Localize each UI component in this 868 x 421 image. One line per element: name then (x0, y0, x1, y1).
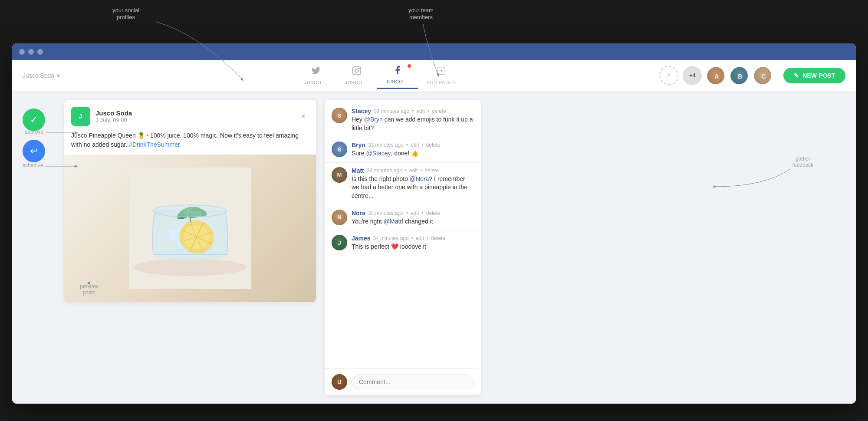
post-brand: Jusco Soda (95, 109, 292, 117)
stacey-avatar: S (332, 108, 347, 123)
comments-list: S Stacey 39 minutes ago • edit • delete … (325, 100, 481, 368)
svg-rect-0 (353, 66, 361, 74)
post-meta: Jusco Soda 3 July, 09:00 (95, 109, 292, 123)
comment-item: B Bryn 33 minutes ago • edit • delete Su… (325, 137, 481, 162)
app-header: Jusco Soda ▾ Jusco ... Jusco ... (12, 60, 856, 91)
comment-author-bryn: Bryn (352, 141, 365, 148)
svg-point-7 (134, 259, 247, 276)
post-text: Jusco Pineapple Queen 🍍 - 100% juice. 10… (64, 131, 316, 155)
schedule-button[interactable]: ↩ (23, 140, 45, 162)
svg-point-1 (355, 69, 358, 72)
member-avatar-1: A (706, 66, 725, 85)
tab-add-pages[interactable]: ADD PAGES (418, 62, 465, 89)
social-tabs: Jusco ... Jusco ... Jusco ... (101, 62, 659, 89)
comments-panel: S Stacey 39 minutes ago • edit • delete … (325, 100, 481, 395)
app-body: ✓ ↩ J Jusco Soda 3 July, 09:00 × (12, 91, 856, 404)
comment-header-bryn: Bryn 33 minutes ago • edit • delete (352, 141, 474, 148)
tab-facebook-label: Jusco ... (386, 79, 409, 84)
comment-author-stacey: Stacey (352, 108, 371, 115)
browser-dot-red (19, 49, 25, 55)
post-close-button[interactable]: × (297, 110, 309, 123)
facebook-notification-dot (408, 64, 411, 68)
member-avatar-3: C (753, 66, 772, 85)
tab-twitter-label: Jusco ... (304, 80, 328, 85)
svg-point-2 (358, 68, 359, 69)
comment-edit-bryn[interactable]: edit (411, 142, 419, 148)
svg-text:your social: your social (112, 7, 139, 13)
comment-header-nora: Nora 33 minutes ago • edit • delete (352, 210, 474, 217)
twitter-icon (311, 66, 321, 78)
new-post-button[interactable]: ✎ NEW POST (783, 68, 845, 83)
post-area: J Jusco Soda 3 July, 09:00 × Jusco Pinea… (56, 91, 325, 404)
post-logo: J (71, 107, 90, 126)
approve-button[interactable]: ✓ (23, 109, 45, 131)
comment-delete-matt[interactable]: delete (425, 168, 439, 174)
tab-add-pages-label: ADD PAGES (427, 80, 456, 85)
comment-edit-matt[interactable]: edit (409, 168, 418, 174)
schedule-icon: ↩ (30, 145, 38, 157)
svg-point-24 (161, 228, 163, 233)
comment-header-stacey: Stacey 39 minutes ago • edit • delete (352, 108, 474, 115)
tab-instagram[interactable]: Jusco ... (336, 62, 377, 89)
comment-input-field[interactable] (352, 375, 474, 389)
add-pages-icon (437, 66, 446, 78)
left-sidebar: ✓ ↩ (12, 91, 56, 404)
bryn-avatar: B (332, 141, 347, 157)
comment-header-james: James 34 minutes ago • edit • delete (352, 235, 474, 242)
brand-name[interactable]: Jusco Soda ▾ (23, 72, 101, 79)
comment-delete-stacey[interactable]: delete (432, 108, 446, 114)
facebook-icon (393, 65, 402, 77)
instagram-icon (352, 66, 362, 78)
new-post-label: NEW POST (802, 72, 835, 79)
approve-icon: ✓ (30, 114, 38, 125)
svg-text:members: members (409, 14, 433, 20)
comment-text-bryn: Sure @Stacey, done! 👍 (352, 149, 474, 158)
post-header: J Jusco Soda 3 July, 09:00 × (64, 100, 316, 131)
comment-delete-james[interactable]: delete (431, 235, 445, 241)
james-avatar: J (332, 235, 347, 250)
comment-edit-stacey[interactable]: edit (416, 108, 424, 114)
comment-body-bryn: Bryn 33 minutes ago • edit • delete Sure… (352, 141, 474, 158)
comment-author-nora: Nora (352, 210, 365, 217)
comment-header-matt: Matt 34 minutes ago • edit • delete (352, 167, 474, 174)
comment-author-james: James (352, 235, 371, 242)
header-right: + +4 A B C ✎ NEW POST (659, 66, 845, 85)
comment-edit-james[interactable]: edit (416, 235, 424, 241)
new-post-icon: ✎ (794, 72, 799, 79)
more-members-badge[interactable]: +4 (683, 66, 702, 85)
comment-delete-bryn[interactable]: delete (426, 142, 441, 148)
member-avatar-2: B (730, 66, 749, 85)
nora-avatar: N (332, 210, 347, 225)
current-user-avatar: U (332, 374, 347, 390)
comment-body-matt: Matt 34 minutes ago • edit • delete Is t… (352, 167, 474, 201)
comment-time-matt: 34 minutes ago (367, 168, 402, 174)
comment-input-area: U (325, 368, 481, 395)
comment-author-matt: Matt (352, 167, 364, 174)
comment-item: S Stacey 39 minutes ago • edit • delete … (325, 103, 481, 137)
comment-body-stacey: Stacey 39 minutes ago • edit • delete He… (352, 108, 474, 132)
post-hashtag: #DrinkTheSummer (129, 141, 180, 148)
post-image (64, 155, 316, 302)
svg-point-23 (153, 205, 227, 217)
comment-text-james: This is perfect ❤️ loooove it (352, 243, 474, 251)
comment-body-nora: Nora 33 minutes ago • edit • delete You'… (352, 210, 474, 226)
svg-point-25 (164, 237, 165, 241)
matt-avatar: M (332, 167, 347, 183)
browser-dot-green (37, 49, 43, 55)
comment-delete-nora[interactable]: delete (426, 210, 441, 216)
comment-time-stacey: 39 minutes ago (374, 108, 409, 114)
tab-facebook[interactable]: Jusco ... (377, 62, 418, 89)
add-member-button[interactable]: + (659, 66, 678, 85)
comment-item: M Matt 34 minutes ago • edit • delete Is (325, 163, 481, 205)
comment-item: N Nora 33 minutes ago • edit • delete Yo… (325, 205, 481, 230)
svg-text:your team: your team (408, 7, 434, 13)
tab-twitter[interactable]: Jusco ... (296, 62, 336, 89)
right-annotation-area (490, 91, 568, 404)
comment-text-nora: You're right @Matt! changed it (352, 217, 474, 226)
comment-edit-nora[interactable]: edit (411, 210, 419, 216)
comment-body-james: James 34 minutes ago • edit • delete Thi… (352, 235, 474, 251)
browser-dot-yellow (28, 49, 34, 55)
post-date: 3 July, 09:00 (95, 117, 292, 123)
tab-instagram-label: Jusco ... (345, 80, 368, 85)
comment-item: J James 34 minutes ago • edit • delete T… (325, 230, 481, 256)
